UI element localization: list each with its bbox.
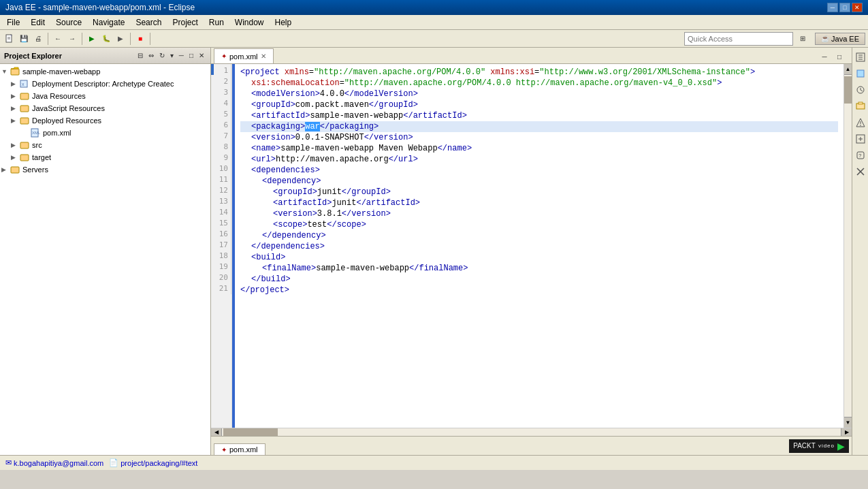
editor-scrollbar[interactable]: ▲ ▼ (843, 64, 852, 428)
editor-tab-pom[interactable]: ✦ pom.xml ✕ (214, 48, 274, 63)
explorer-title: Project Explorer (4, 52, 62, 60)
tree-item-deployed-resources[interactable]: ▶ Deployed Resources (0, 114, 210, 127)
sidebar-icon-1[interactable] (854, 50, 867, 64)
editor-area: 123456789101112131415161718192021 <proje… (211, 64, 852, 428)
menu-file[interactable]: File (3, 16, 24, 29)
tb-stop-btn[interactable]: ■ (133, 32, 147, 46)
tree-item-servers[interactable]: ▶ Servers (0, 163, 210, 176)
java-ee-button[interactable]: ☕ Java EE (815, 33, 865, 45)
explorer-max-btn[interactable]: □ (187, 51, 195, 60)
scrollbar-down-btn[interactable]: ▼ (844, 417, 852, 428)
tb-new-btn[interactable] (3, 32, 16, 46)
menu-search[interactable]: Search (131, 16, 165, 29)
code-line-14: <version>3.8.1</version> (240, 208, 838, 219)
tree-arrow-servers: ▶ (1, 166, 10, 173)
close-button[interactable]: ✕ (852, 3, 863, 12)
main-layout: Project Explorer ⊟ ⇔ ↻ ▾ ─ □ ✕ ▼ sample-… (0, 48, 868, 455)
tree-label-js-resources: JavaScript Resources (32, 104, 105, 112)
code-line-20: </build> (240, 274, 838, 285)
svg-rect-14 (11, 167, 19, 173)
menu-window[interactable]: Window (231, 16, 268, 29)
tree-item-java-resources[interactable]: ▶ Java Resources (0, 90, 210, 102)
tree-item-target[interactable]: ▶ target (0, 151, 210, 163)
minimize-button[interactable]: ─ (827, 3, 838, 12)
code-line-7: <version>0.0.1-SNAPSHOT</version> (240, 132, 838, 143)
explorer-collapse-btn[interactable]: ⊟ (135, 51, 145, 60)
sidebar-icon-4[interactable] (854, 99, 867, 113)
tb-print-btn[interactable]: 🖨 (31, 32, 45, 46)
explorer-menu-btn[interactable]: ▾ (168, 51, 176, 60)
tree-item-pom-xml[interactable]: ▶ XML pom.xml (0, 127, 210, 139)
explorer-link-btn[interactable]: ⇔ (146, 51, 156, 60)
tree-item-root[interactable]: ▼ sample-maven-webapp (0, 65, 210, 78)
sidebar-icon-8[interactable] (854, 165, 867, 178)
code-line-12: <groupId>junit</groupId> (240, 187, 838, 198)
explorer-sync-btn[interactable]: ↻ (157, 51, 167, 60)
explorer-min-btn[interactable]: ─ (177, 51, 186, 60)
hscrollbar-left-btn[interactable]: ◀ (211, 428, 222, 436)
tree-arrow-deployment: ▶ (11, 80, 19, 87)
code-editor[interactable]: <project xmlns="http://maven.apache.org/… (235, 64, 843, 428)
status-email[interactable]: ✉ k.bogahapitiya@gmail.com (5, 458, 103, 467)
code-lines: <project xmlns="http://maven.apache.org/… (240, 65, 838, 297)
hscrollbar-right-btn[interactable]: ▶ (841, 428, 852, 436)
sidebar-icon-5[interactable] (854, 116, 867, 129)
menu-bar: File Edit Source Navigate Search Project… (0, 15, 868, 30)
tb-run-btn[interactable]: ▶ (85, 32, 99, 46)
tb-back-btn[interactable]: ← (51, 32, 65, 46)
tree-item-src[interactable]: ▶ src (0, 139, 210, 151)
toolbar-section-2: ← → (51, 32, 79, 46)
menu-source[interactable]: Source (52, 16, 86, 29)
svg-text:?: ? (858, 153, 862, 159)
tree-item-js-resources[interactable]: ▶ JavaScript Resources (0, 102, 210, 114)
editor-maximize-btn[interactable]: □ (833, 50, 846, 63)
tree-label-target: target (32, 153, 51, 161)
tab-close-btn[interactable]: ✕ (261, 52, 266, 60)
editor-hscrollbar[interactable]: ◀ ▶ (211, 428, 852, 436)
quick-access-input[interactable] (684, 32, 793, 46)
packt-video-text: video (818, 443, 835, 449)
svg-rect-3 (11, 69, 19, 75)
menu-help[interactable]: Help (271, 16, 296, 29)
tree-label-src: src (32, 141, 42, 149)
deployed-resources-icon (19, 115, 30, 126)
code-line-15: <scope>test</scope> (240, 219, 838, 230)
maximize-button[interactable]: □ (839, 3, 850, 12)
menu-run[interactable]: Run (205, 16, 228, 29)
scrollbar-up-btn[interactable]: ▲ (844, 64, 852, 75)
sidebar-icon-7[interactable]: ? (854, 148, 867, 162)
hscrollbar-track[interactable] (222, 428, 841, 436)
email-icon: ✉ (5, 458, 12, 467)
scrollbar-track[interactable] (844, 75, 852, 417)
code-line-5: <artifactId>sample-maven-webapp</artifac… (240, 110, 838, 121)
status-path[interactable]: 📄 project/packaging/#text (109, 458, 197, 467)
explorer-tree: ▼ sample-maven-webapp ▶ x Deployment Des… (0, 64, 210, 455)
toolbar-section-1: 💾 🖨 (3, 32, 45, 46)
svg-rect-12 (20, 142, 29, 148)
editor-minimize-btn[interactable]: ─ (818, 50, 831, 63)
svg-line-22 (861, 90, 863, 91)
code-line-9: <url>http://maven.apache.org</url> (240, 154, 838, 165)
tb-debug-btn[interactable]: 🐛 (99, 32, 113, 46)
tab-label-pom: pom.xml (229, 52, 258, 61)
sidebar-icon-2[interactable] (854, 67, 867, 80)
code-line-2: xsi:schemaLocation="http://maven.apache.… (240, 78, 838, 89)
explorer-header: Project Explorer ⊟ ⇔ ↻ ▾ ─ □ ✕ (0, 48, 210, 64)
sidebar-icon-6[interactable] (854, 132, 867, 146)
sidebar-icon-3[interactable] (854, 83, 867, 97)
bottom-tab-pom[interactable]: ✦ pom.xml (214, 443, 266, 455)
perspective-btn[interactable]: ⊞ (796, 32, 809, 46)
tree-item-deployment[interactable]: ▶ x Deployment Descriptor: Archetype Cre… (0, 78, 210, 90)
tb-forward-btn[interactable]: → (65, 32, 79, 46)
explorer-close-btn[interactable]: ✕ (197, 51, 206, 60)
menu-edit[interactable]: Edit (27, 16, 49, 29)
menu-navigate[interactable]: Navigate (89, 16, 129, 29)
tree-arrow-target: ▶ (11, 154, 19, 161)
line-highlight-column (232, 64, 235, 428)
tb-run2-btn[interactable]: ▶ (114, 32, 127, 46)
tb-save-btn[interactable]: 💾 (17, 32, 31, 46)
code-line-17: </dependencies> (240, 241, 838, 252)
scrollbar-thumb[interactable] (844, 76, 852, 104)
hscrollbar-thumb[interactable] (223, 428, 278, 436)
menu-project[interactable]: Project (168, 16, 202, 29)
